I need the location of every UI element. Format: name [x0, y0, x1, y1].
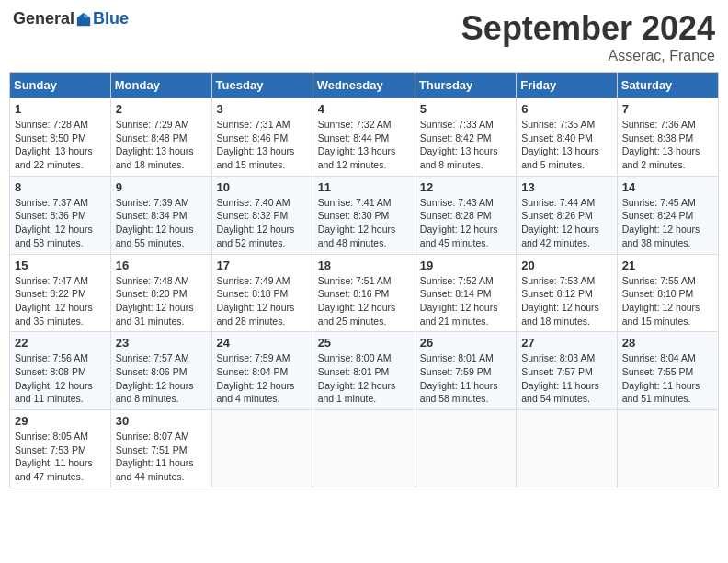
day-cell: 30Sunrise: 8:07 AM Sunset: 7:51 PM Dayli…: [110, 410, 211, 488]
day-info: Sunrise: 7:41 AM Sunset: 8:30 PM Dayligh…: [318, 196, 410, 250]
month-year: September 2024: [461, 9, 715, 48]
weekday-header-sunday: Sunday: [10, 73, 111, 98]
week-row-4: 22Sunrise: 7:56 AM Sunset: 8:08 PM Dayli…: [10, 332, 719, 410]
day-info: Sunrise: 7:57 AM Sunset: 8:06 PM Dayligh…: [116, 351, 207, 406]
day-number: 8: [15, 180, 106, 194]
day-cell: 7Sunrise: 7:36 AM Sunset: 8:38 PM Daylig…: [617, 98, 718, 177]
day-number: 24: [217, 336, 308, 350]
day-info: Sunrise: 7:44 AM Sunset: 8:26 PM Dayligh…: [521, 196, 612, 250]
day-info: Sunrise: 7:51 AM Sunset: 8:16 PM Dayligh…: [318, 274, 410, 328]
day-cell: 19Sunrise: 7:52 AM Sunset: 8:14 PM Dayli…: [415, 254, 516, 332]
day-info: Sunrise: 7:59 AM Sunset: 8:04 PM Dayligh…: [217, 351, 308, 406]
day-info: Sunrise: 7:43 AM Sunset: 8:28 PM Dayligh…: [420, 196, 511, 250]
weekday-header-wednesday: Wednesday: [313, 73, 415, 98]
weekday-header-friday: Friday: [517, 73, 618, 98]
day-cell: [415, 410, 516, 488]
day-number: 6: [521, 102, 612, 116]
day-number: 18: [318, 259, 410, 272]
day-cell: 29Sunrise: 8:05 AM Sunset: 7:53 PM Dayli…: [10, 410, 111, 488]
day-info: Sunrise: 7:52 AM Sunset: 8:14 PM Dayligh…: [420, 274, 511, 328]
day-cell: 23Sunrise: 7:57 AM Sunset: 8:06 PM Dayli…: [110, 332, 211, 410]
day-info: Sunrise: 7:33 AM Sunset: 8:42 PM Dayligh…: [420, 118, 511, 172]
day-number: 13: [521, 180, 612, 194]
header: General Blue September 2024 Asserac, Fra…: [9, 9, 719, 64]
day-cell: [517, 410, 618, 488]
day-number: 27: [521, 336, 612, 350]
day-number: 5: [420, 102, 511, 116]
day-info: Sunrise: 7:45 AM Sunset: 8:24 PM Dayligh…: [622, 196, 713, 250]
day-info: Sunrise: 7:56 AM Sunset: 8:08 PM Dayligh…: [15, 351, 106, 406]
day-info: Sunrise: 8:01 AM Sunset: 7:59 PM Dayligh…: [420, 351, 511, 406]
logo-icon: [75, 11, 92, 28]
day-number: 28: [622, 336, 713, 350]
week-row-2: 8Sunrise: 7:37 AM Sunset: 8:36 PM Daylig…: [10, 176, 719, 254]
day-cell: 1Sunrise: 7:28 AM Sunset: 8:50 PM Daylig…: [10, 98, 111, 177]
day-cell: 5Sunrise: 7:33 AM Sunset: 8:42 PM Daylig…: [415, 98, 516, 177]
day-info: Sunrise: 7:55 AM Sunset: 8:10 PM Dayligh…: [622, 274, 713, 328]
day-cell: 6Sunrise: 7:35 AM Sunset: 8:40 PM Daylig…: [517, 98, 618, 177]
day-number: 11: [318, 180, 410, 194]
weekday-header-thursday: Thursday: [415, 73, 516, 98]
day-number: 3: [217, 102, 308, 116]
location: Asserac, France: [461, 48, 715, 64]
day-cell: 18Sunrise: 7:51 AM Sunset: 8:16 PM Dayli…: [313, 254, 415, 332]
day-info: Sunrise: 7:48 AM Sunset: 8:20 PM Dayligh…: [116, 274, 207, 328]
day-cell: 13Sunrise: 7:44 AM Sunset: 8:26 PM Dayli…: [517, 176, 618, 254]
day-number: 1: [15, 102, 106, 116]
day-cell: 9Sunrise: 7:39 AM Sunset: 8:34 PM Daylig…: [110, 176, 211, 254]
weekday-header-monday: Monday: [110, 73, 211, 98]
day-info: Sunrise: 8:07 AM Sunset: 7:51 PM Dayligh…: [116, 430, 207, 484]
day-info: Sunrise: 7:39 AM Sunset: 8:34 PM Dayligh…: [116, 196, 207, 250]
day-number: 10: [217, 180, 308, 194]
day-number: 14: [622, 180, 713, 194]
week-row-3: 15Sunrise: 7:47 AM Sunset: 8:22 PM Dayli…: [10, 254, 719, 332]
logo: General Blue: [13, 9, 129, 29]
calendar: SundayMondayTuesdayWednesdayThursdayFrid…: [9, 72, 719, 488]
day-cell: 16Sunrise: 7:48 AM Sunset: 8:20 PM Dayli…: [110, 254, 211, 332]
day-number: 19: [420, 259, 511, 272]
day-cell: 25Sunrise: 8:00 AM Sunset: 8:01 PM Dayli…: [313, 332, 415, 410]
day-info: Sunrise: 7:37 AM Sunset: 8:36 PM Dayligh…: [15, 196, 106, 250]
day-info: Sunrise: 7:32 AM Sunset: 8:44 PM Dayligh…: [318, 118, 410, 172]
day-cell: 15Sunrise: 7:47 AM Sunset: 8:22 PM Dayli…: [10, 254, 111, 332]
day-info: Sunrise: 7:31 AM Sunset: 8:46 PM Dayligh…: [217, 118, 308, 172]
week-row-1: 1Sunrise: 7:28 AM Sunset: 8:50 PM Daylig…: [10, 98, 719, 177]
weekday-header-tuesday: Tuesday: [211, 73, 313, 98]
day-cell: 22Sunrise: 7:56 AM Sunset: 8:08 PM Dayli…: [10, 332, 111, 410]
day-cell: 28Sunrise: 8:04 AM Sunset: 7:55 PM Dayli…: [617, 332, 718, 410]
day-number: 30: [116, 414, 207, 428]
day-cell: 20Sunrise: 7:53 AM Sunset: 8:12 PM Dayli…: [517, 254, 618, 332]
day-number: 2: [116, 102, 207, 116]
day-number: 7: [622, 102, 713, 116]
day-number: 23: [116, 336, 207, 350]
day-info: Sunrise: 7:36 AM Sunset: 8:38 PM Dayligh…: [622, 118, 713, 172]
day-cell: [313, 410, 415, 488]
day-info: Sunrise: 7:29 AM Sunset: 8:48 PM Dayligh…: [116, 118, 207, 172]
day-number: 4: [318, 102, 410, 116]
day-cell: 4Sunrise: 7:32 AM Sunset: 8:44 PM Daylig…: [313, 98, 415, 177]
week-row-5: 29Sunrise: 8:05 AM Sunset: 7:53 PM Dayli…: [10, 410, 719, 488]
day-info: Sunrise: 7:28 AM Sunset: 8:50 PM Dayligh…: [15, 118, 106, 172]
day-info: Sunrise: 8:00 AM Sunset: 8:01 PM Dayligh…: [318, 351, 410, 406]
logo-general-text: General: [13, 9, 74, 29]
day-number: 25: [318, 336, 410, 350]
day-number: 21: [622, 259, 713, 272]
day-cell: 3Sunrise: 7:31 AM Sunset: 8:46 PM Daylig…: [211, 98, 313, 177]
day-cell: 14Sunrise: 7:45 AM Sunset: 8:24 PM Dayli…: [617, 176, 718, 254]
day-info: Sunrise: 7:53 AM Sunset: 8:12 PM Dayligh…: [521, 274, 612, 328]
day-number: 16: [116, 259, 207, 272]
weekday-header-row: SundayMondayTuesdayWednesdayThursdayFrid…: [10, 73, 719, 98]
month-title: September 2024 Asserac, France: [461, 9, 715, 64]
day-cell: 27Sunrise: 8:03 AM Sunset: 7:57 PM Dayli…: [517, 332, 618, 410]
day-cell: [211, 410, 313, 488]
day-info: Sunrise: 7:35 AM Sunset: 8:40 PM Dayligh…: [521, 118, 612, 172]
day-number: 15: [15, 259, 106, 272]
day-cell: 26Sunrise: 8:01 AM Sunset: 7:59 PM Dayli…: [415, 332, 516, 410]
day-cell: 8Sunrise: 7:37 AM Sunset: 8:36 PM Daylig…: [10, 176, 111, 254]
day-cell: 17Sunrise: 7:49 AM Sunset: 8:18 PM Dayli…: [211, 254, 313, 332]
day-number: 12: [420, 180, 511, 194]
day-cell: [617, 410, 718, 488]
day-cell: 2Sunrise: 7:29 AM Sunset: 8:48 PM Daylig…: [110, 98, 211, 177]
day-number: 20: [521, 259, 612, 272]
day-cell: 24Sunrise: 7:59 AM Sunset: 8:04 PM Dayli…: [211, 332, 313, 410]
